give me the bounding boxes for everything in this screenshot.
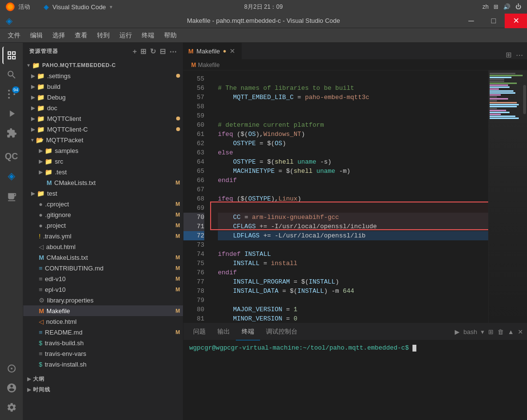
new-file-icon[interactable]: + bbox=[132, 47, 137, 56]
activity-terminal2[interactable] bbox=[3, 188, 20, 206]
kill-terminal-icon[interactable]: 🗑 bbox=[497, 328, 504, 336]
file-name: edl-v10 bbox=[45, 275, 66, 283]
code-line-76: endif bbox=[218, 268, 488, 277]
vscode-logo: ◈ bbox=[6, 16, 13, 26]
md-icon: ≡ bbox=[39, 265, 43, 272]
tree-project[interactable]: ● .project M bbox=[23, 220, 183, 231]
file-name: epl-v10 bbox=[45, 286, 66, 293]
tree-travis-env[interactable]: ≡ travis-env-vars bbox=[23, 348, 183, 359]
maximize-button[interactable]: □ bbox=[482, 14, 505, 28]
activity-account[interactable] bbox=[3, 379, 20, 397]
tree-edl[interactable]: ≡ edl-v10 M bbox=[23, 273, 183, 284]
tree-cmakelists-inner[interactable]: M CMakeLists.txt M bbox=[23, 177, 183, 188]
menu-select[interactable]: 选择 bbox=[49, 29, 69, 42]
tree-test-inner[interactable]: ▶ 📁 .test bbox=[23, 167, 183, 177]
tab-makefile[interactable]: M Makefile ● ✕ bbox=[183, 43, 242, 59]
menu-file[interactable]: 文件 bbox=[4, 29, 24, 42]
tree-notice[interactable]: ◁ notice.html bbox=[23, 316, 183, 327]
panel-tabs: 问题 输出 终端 调试控制台 ▶ bash ▾ ⊞ 🗑 ▲ ✕ bbox=[183, 323, 527, 340]
activity-source-control[interactable]: 94 bbox=[3, 85, 20, 103]
modified-m-readme: M bbox=[176, 329, 180, 335]
file-name: Makefile bbox=[47, 307, 70, 315]
panel-tab-output[interactable]: 输出 bbox=[212, 323, 236, 340]
chevron-icon: ▶ bbox=[31, 126, 35, 133]
tree-src[interactable]: ▶ 📁 src bbox=[23, 156, 183, 167]
tree-readme[interactable]: ≡ README.md M bbox=[23, 327, 183, 337]
activity-explorer[interactable] bbox=[2, 47, 20, 64]
tree-samples[interactable]: ▶ 📁 samples bbox=[23, 145, 183, 156]
tree-debug[interactable]: ▶ 📁 Debug bbox=[23, 92, 183, 102]
file-name: .cproject bbox=[45, 201, 69, 208]
tree-travis-yml[interactable]: ! .travis.yml M bbox=[23, 231, 183, 241]
panel-tab-problems[interactable]: 问题 bbox=[187, 323, 212, 340]
outline-section[interactable]: ▶ 大纲 bbox=[23, 373, 183, 384]
activity-bar: 94 QC ◈ bbox=[0, 43, 23, 420]
file-name: MQTTClient bbox=[47, 115, 81, 122]
source-control-badge: 94 bbox=[12, 86, 19, 93]
tree-library-properties[interactable]: ⚙ library.properties bbox=[23, 295, 183, 305]
tree-about-html[interactable]: ◁ about.html bbox=[23, 241, 183, 252]
tree-cproject[interactable]: ● .cproject M bbox=[23, 199, 183, 209]
tree-travis-build[interactable]: $ travis-build.sh bbox=[23, 337, 183, 348]
code-line-77: INSTALL_PROGRAM = $(INSTALL) bbox=[218, 277, 488, 286]
maximize-panel-icon[interactable]: ▲ bbox=[508, 328, 514, 336]
more-actions-icon[interactable]: ⋯ bbox=[169, 47, 177, 56]
modified-m: M bbox=[176, 212, 180, 218]
makefile-icon: M bbox=[39, 307, 44, 315]
close-panel-icon[interactable]: ✕ bbox=[518, 328, 523, 336]
tree-epl[interactable]: ≡ epl-v10 M bbox=[23, 284, 183, 295]
tree-doc[interactable]: ▶ 📁 doc bbox=[23, 102, 183, 113]
activity-extensions[interactable] bbox=[3, 124, 20, 142]
refresh-icon[interactable]: ↻ bbox=[150, 47, 157, 56]
new-terminal-icon[interactable]: ▶ bbox=[455, 328, 460, 336]
tree-travis-install[interactable]: $ travis-install.sh bbox=[23, 359, 183, 370]
modified-dot bbox=[176, 117, 180, 120]
more-tabs-icon[interactable]: ⋯ bbox=[516, 50, 523, 59]
root-folder[interactable]: ▾ 📁 PAHO.MQTT.EMBEDDED-C bbox=[23, 60, 183, 70]
panel-tab-debug[interactable]: 调试控制台 bbox=[260, 323, 303, 340]
tree-test[interactable]: ▶ 📁 test bbox=[23, 188, 183, 199]
terminal-content[interactable]: wgpcgr@wgpcgr-virtual-machine:~/tool/pah… bbox=[183, 340, 527, 420]
panel-tab-terminal[interactable]: 终端 bbox=[236, 323, 260, 340]
menu-view[interactable]: 查看 bbox=[71, 29, 91, 42]
tree-mqttclientc[interactable]: ▶ 📁 MQTTClient-C bbox=[23, 124, 183, 134]
minimize-button[interactable]: ─ bbox=[460, 14, 482, 28]
panel-tab-end: ▶ bash ▾ ⊞ 🗑 ▲ ✕ bbox=[455, 328, 523, 336]
tree-mqttpacket[interactable]: ▾ 📂 MQTTPacket bbox=[23, 134, 183, 145]
file-icon-props: ⚙ bbox=[39, 297, 45, 304]
close-button[interactable]: ✕ bbox=[505, 14, 527, 28]
split-editor-icon[interactable]: ⊞ bbox=[506, 50, 512, 59]
tree-makefile[interactable]: M Makefile M bbox=[23, 305, 183, 316]
tree-mqttclient[interactable]: ▶ 📁 MQTTClient bbox=[23, 113, 183, 124]
new-folder-icon[interactable]: ⊞ bbox=[140, 47, 147, 56]
tree-cmakelists-root[interactable]: M CMakeLists.txt M bbox=[23, 252, 183, 263]
close-tab-button[interactable]: ✕ bbox=[230, 47, 235, 55]
split-terminal-icon[interactable]: ⊞ bbox=[488, 328, 494, 336]
menu-goto[interactable]: 转到 bbox=[93, 29, 114, 42]
code-line-66: endif bbox=[218, 176, 488, 185]
tree-contributing[interactable]: ≡ CONTRIBUTING.md M bbox=[23, 263, 183, 273]
activity-qode[interactable]: QC bbox=[3, 148, 20, 165]
timeline-section[interactable]: ▶ 时间线 bbox=[23, 384, 183, 395]
terminal-dropdown-icon[interactable]: ▾ bbox=[481, 328, 484, 336]
menu-edit[interactable]: 编辑 bbox=[26, 29, 47, 42]
folder-icon: 📁 bbox=[45, 158, 52, 165]
collapse-icon[interactable]: ⊟ bbox=[160, 47, 166, 56]
menu-terminal[interactable]: 终端 bbox=[138, 29, 158, 42]
code-area[interactable]: # The names of libraries to be built MQT… bbox=[210, 70, 488, 323]
file-name: CMakeLists.txt bbox=[54, 179, 96, 186]
activity-vscode-icon[interactable]: ◈ bbox=[3, 167, 20, 185]
breadcrumb-icon: M bbox=[191, 62, 196, 68]
menu-help[interactable]: 帮助 bbox=[160, 29, 181, 42]
tree-gitignore[interactable]: ● .gitignore M bbox=[23, 209, 183, 220]
tree-settings[interactable]: ▶ 📁 .settings bbox=[23, 70, 183, 81]
modified-m: M bbox=[176, 233, 180, 239]
activity-dvd[interactable] bbox=[3, 360, 20, 377]
activity-settings[interactable] bbox=[3, 399, 20, 416]
file-icon-env: ≡ bbox=[39, 350, 43, 357]
activity-search[interactable] bbox=[3, 66, 20, 84]
breadcrumb-text: Makefile bbox=[198, 62, 220, 68]
menu-run[interactable]: 运行 bbox=[115, 29, 136, 42]
tree-build[interactable]: ▶ 📁 build bbox=[23, 81, 183, 92]
activity-run[interactable] bbox=[3, 105, 20, 122]
